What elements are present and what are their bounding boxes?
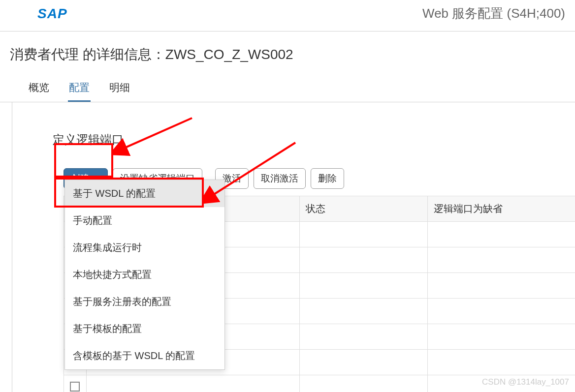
- dropdown-item-template-wsdl[interactable]: 含模板的基于 WSDL 的配置: [65, 342, 224, 369]
- page-title: 消费者代理 的详细信息：ZWS_CO_Z_WS002: [0, 31, 575, 78]
- sap-logo: SAP: [37, 6, 67, 22]
- app-header: SAP Web 服务配置 (S4H;400): [0, 0, 575, 31]
- dropdown-item-local[interactable]: 本地快捷方式配置: [65, 261, 224, 288]
- section-title: 定义逻辑端口: [12, 132, 575, 157]
- row-checkbox[interactable]: [70, 382, 80, 392]
- delete-button[interactable]: 删除: [311, 168, 344, 189]
- deactivate-button[interactable]: 取消激活: [254, 168, 306, 189]
- dropdown-item-manual[interactable]: 手动配置: [65, 207, 224, 234]
- header-title: Web 服务配置 (S4H;400): [422, 5, 565, 22]
- dropdown-item-wsdl[interactable]: 基于 WSDL 的配置: [65, 180, 224, 207]
- tab-bar: 概览 配置 明细: [0, 78, 575, 102]
- tab-config[interactable]: 配置: [68, 78, 91, 102]
- dropdown-item-process[interactable]: 流程集成运行时: [65, 234, 224, 261]
- dropdown-item-registry[interactable]: 基于服务注册表的配置: [65, 288, 224, 315]
- dropdown-item-template[interactable]: 基于模板的配置: [65, 315, 224, 342]
- watermark: CSDN @1314lay_1007: [482, 377, 569, 387]
- tab-overview[interactable]: 概览: [28, 78, 50, 102]
- tab-detail[interactable]: 明细: [108, 78, 131, 102]
- column-status: 状态: [300, 196, 428, 222]
- create-dropdown: 基于 WSDL 的配置 手动配置 流程集成运行时 本地快捷方式配置 基于服务注册…: [64, 180, 225, 370]
- column-default: 逻辑端口为缺省: [428, 196, 575, 222]
